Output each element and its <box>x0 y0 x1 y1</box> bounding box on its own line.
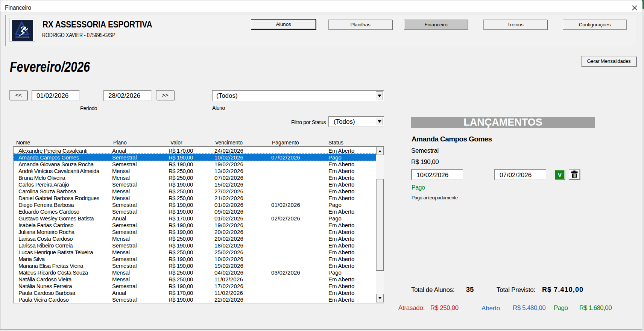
svg-text:RX ASSESSORIA: RX ASSESSORIA <box>15 36 29 38</box>
